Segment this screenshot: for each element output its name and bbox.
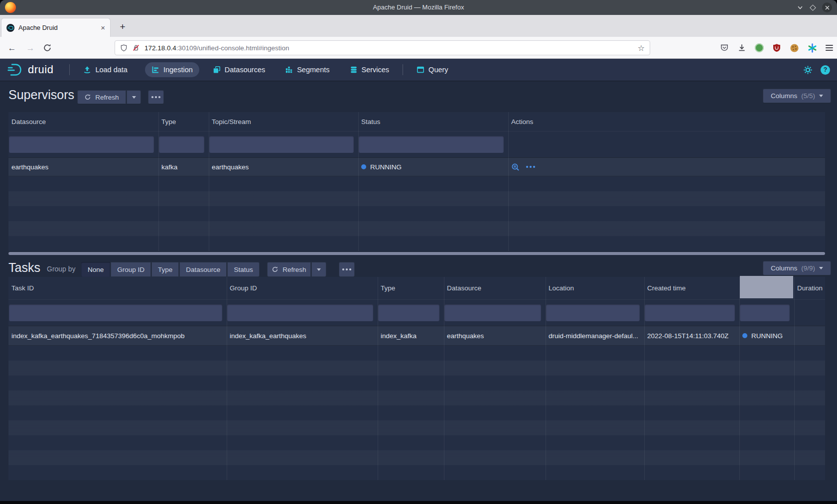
group-by-group-id-button[interactable]: Group ID (111, 262, 151, 277)
supervisors-topic-filter-input[interactable] (209, 136, 354, 153)
nav-item-query[interactable]: Query (410, 62, 455, 77)
col-header-task-id[interactable]: Task ID (8, 277, 227, 299)
supervisors-table-header: Datasource Type Topic/Stream Status Acti… (8, 112, 825, 131)
chevron-down-icon (819, 95, 823, 97)
col-header-duration[interactable]: Duration (794, 277, 825, 299)
cookie-icon[interactable] (790, 43, 799, 53)
nav-item-segments[interactable]: Segments (279, 62, 336, 77)
datasources-icon (213, 66, 221, 74)
druid-brand[interactable]: druid (7, 63, 53, 77)
tasks-status-filter-input[interactable] (740, 304, 790, 321)
url-bar[interactable]: 172.18.0.4:30109/unified-console.html#in… (115, 40, 650, 55)
cell-datasource: earthquakes (444, 326, 546, 345)
tasks-more-button[interactable] (339, 262, 355, 277)
insecure-lock-icon[interactable] (132, 44, 140, 52)
col-header-datasource[interactable]: Datasource (8, 112, 158, 131)
back-button[interactable]: ← (6, 42, 18, 54)
supervisors-refresh-button[interactable]: Refresh (77, 90, 126, 104)
supervisors-refresh-caret-button[interactable] (127, 90, 141, 104)
col-header-group-id[interactable]: Group ID (227, 277, 378, 299)
col-header-location[interactable]: Location (546, 277, 644, 299)
tasks-created-time-filter-input[interactable] (645, 304, 735, 321)
running-status-dot (361, 164, 366, 169)
refresh-label: Refresh (95, 94, 119, 101)
tasks-table: Task ID Group ID Type Datasource Locatio… (8, 277, 825, 480)
tasks-columns-button[interactable]: Columns (9/9) (763, 261, 831, 275)
supervisors-more-button[interactable] (148, 90, 164, 104)
new-tab-button[interactable]: + (116, 20, 130, 34)
nav-divider (69, 64, 70, 75)
nav-item-services[interactable]: Services (343, 62, 396, 77)
nav-item-datasources[interactable]: Datasources (206, 62, 272, 77)
tasks-filter-row (8, 300, 825, 326)
cell-duration (794, 326, 825, 345)
supervisors-columns-button[interactable]: Columns (5/5) (763, 89, 831, 103)
col-header-type[interactable]: Type (378, 277, 444, 299)
col-header-datasource[interactable]: Datasource (444, 277, 546, 299)
brand-text: druid (28, 63, 53, 76)
supervisors-datasource-filter-input[interactable] (9, 136, 154, 153)
col-header-topic-stream[interactable]: Topic/Stream (209, 112, 358, 131)
group-by-none-button[interactable]: None (81, 262, 110, 277)
druid-logo-icon (7, 63, 25, 77)
supervisors-horizontal-scrollbar[interactable] (8, 252, 825, 255)
task-row-index-kafka[interactable]: index_kafka_earthquakes_7184357396d6c0a_… (8, 326, 825, 346)
gear-icon[interactable] (803, 65, 813, 75)
tasks-datasource-filter-input[interactable] (444, 304, 541, 321)
chevron-down-icon (819, 267, 823, 269)
nav-item-label: Datasources (225, 66, 265, 74)
reload-icon[interactable] (43, 43, 52, 52)
extension-icons (720, 37, 833, 59)
group-by-status-button[interactable]: Status (227, 262, 259, 277)
tasks-task-id-filter-input[interactable] (9, 304, 222, 321)
supervisors-status-filter-input[interactable] (359, 136, 504, 153)
group-by-type-button[interactable]: Type (151, 262, 179, 277)
tab-apache-druid[interactable]: Apache Druid × (1, 18, 111, 37)
shield-icon[interactable] (120, 44, 128, 52)
view-payload-magnifier-icon[interactable] (511, 163, 520, 171)
forward-button[interactable]: → (24, 42, 36, 54)
tasks-location-filter-input[interactable] (546, 304, 640, 321)
col-header-actions[interactable]: Actions (508, 112, 825, 131)
col-header-created-time[interactable]: Created time (644, 277, 739, 299)
firefox-window: Apache Druid — Mozilla Firefox Apache Dr… (0, 0, 837, 501)
tasks-refresh-button[interactable]: Refresh (267, 262, 311, 277)
maximize-icon[interactable] (810, 4, 816, 11)
col-header-type[interactable]: Type (158, 112, 209, 131)
col-header-status[interactable]: Status (358, 112, 508, 131)
supervisor-row-earthquakes[interactable]: earthquakes kafka earthquakes RUNNING (8, 157, 825, 176)
download-icon[interactable] (737, 43, 746, 52)
window-title: Apache Druid — Mozilla Firefox (0, 0, 837, 15)
druid-navbar: druid Load data Ingestion Dataso (0, 59, 837, 81)
asterisk-extension-icon[interactable] (808, 43, 817, 53)
nav-item-label: Segments (297, 66, 329, 74)
tab-bar: Apache Druid × + (0, 15, 837, 37)
tasks-type-filter-input[interactable] (378, 304, 439, 321)
row-more-actions-icon[interactable] (526, 166, 535, 168)
supervisors-empty-rows (8, 176, 825, 251)
help-icon[interactable]: ? (821, 65, 830, 75)
nav-item-ingestion[interactable]: Ingestion (145, 62, 199, 77)
tasks-group-id-filter-input[interactable] (227, 304, 373, 321)
close-window-icon[interactable] (822, 2, 832, 12)
group-by-datasource-button[interactable]: Datasource (179, 262, 227, 277)
minimize-icon[interactable] (797, 4, 804, 11)
tab-close-icon[interactable]: × (101, 24, 105, 31)
extension-green-icon[interactable] (755, 43, 764, 52)
menu-icon[interactable] (826, 45, 833, 51)
columns-label: Columns (771, 264, 797, 272)
tasks-refresh-caret-button[interactable] (311, 262, 326, 277)
ublock-shield-icon[interactable] (772, 43, 781, 52)
cell-topic-stream: earthquakes (209, 158, 358, 176)
running-status-dot (742, 333, 747, 338)
services-icon (350, 66, 358, 74)
cell-type: index_kafka (378, 326, 444, 345)
supervisors-filter-row (8, 131, 825, 157)
tasks-header: Tasks Group by None Group ID Type Dataso… (0, 259, 837, 277)
cell-status: RUNNING (739, 326, 794, 345)
nav-item-label: Services (362, 66, 390, 74)
nav-item-load-data[interactable]: Load data (77, 62, 134, 77)
supervisors-type-filter-input[interactable] (159, 136, 204, 153)
pocket-icon[interactable] (720, 43, 729, 52)
bookmark-star-icon[interactable]: ☆ (638, 43, 645, 53)
